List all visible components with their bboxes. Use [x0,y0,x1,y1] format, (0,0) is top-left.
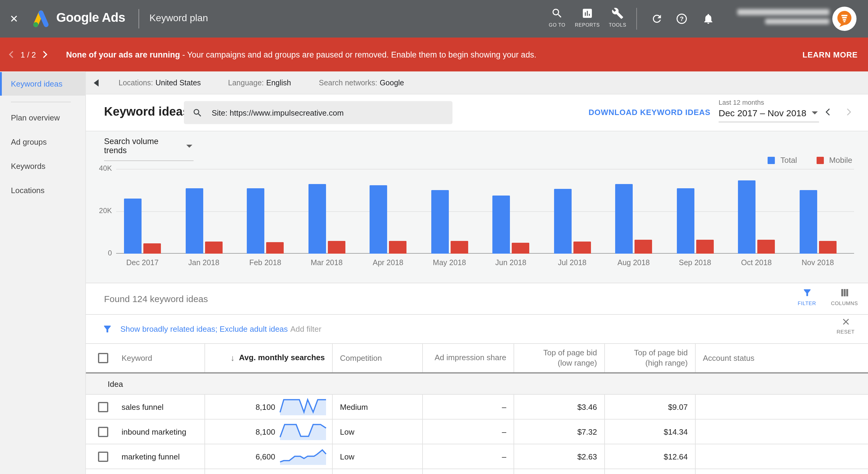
goto-button[interactable]: GO TO [541,7,573,28]
chart-bar-mobile [328,241,345,254]
chart-type-dropdown[interactable]: Search volume trends [104,137,193,161]
x-axis-tick-label: Feb 2018 [238,259,292,267]
reports-icon [581,7,593,19]
header-cell-avg-monthly-searches[interactable]: ↓ Avg. monthly searches [205,344,332,372]
chart-bar-total [492,196,510,254]
row-checkbox[interactable] [98,451,108,462]
row-cell-competition: Low [332,444,422,469]
row-cell-avg-searches: 8,100 [205,419,332,444]
legend-item-mobile[interactable]: Mobile [816,155,852,165]
row-cell-empty [205,469,332,474]
account-avatar[interactable] [832,7,857,31]
refresh-icon[interactable] [651,13,663,25]
setting-locations[interactable]: Locations:United States [119,79,201,87]
keyword-text: marketing funnel [122,452,180,461]
row-cell-ad-impression-share: – [422,419,514,444]
col-bid-low-label: Top of page bid (low range) [530,348,597,368]
table-row[interactable]: inbound marketing8,100Low–$7.32$14.34 [86,419,868,444]
add-filter-button[interactable]: Add filter [290,324,321,333]
columns-label: COLUMNS [831,300,858,306]
banner-pager: 1 / 2 [21,50,36,59]
y-axis-tick-label: 0 [85,249,112,257]
reset-filters-button[interactable]: RESET [831,317,860,335]
locations-value: United States [155,79,201,87]
setting-language[interactable]: Language:English [228,79,291,87]
banner-message: None of your ads are running - Your camp… [66,50,536,59]
download-keyword-ideas-button[interactable]: DOWNLOAD KEYWORD IDEAS [589,108,710,117]
learn-more-button[interactable]: LEARN MORE [802,50,858,59]
filter-button[interactable]: FILTER [790,288,823,306]
chart-bar-total [308,184,326,254]
results-count: Found 124 keyword ideas [104,294,208,304]
header-cell-top-bid-high[interactable]: Top of page bid (high range) [604,344,695,372]
sidebar-item-keyword-ideas[interactable]: Keyword ideas [0,72,85,96]
notifications-bell-icon[interactable] [702,13,714,25]
chart-bar-total [799,190,817,254]
avg-searches-value: 6,600 [255,452,275,461]
topbar-divider [138,9,139,28]
collapse-panel-icon[interactable] [92,78,102,87]
col-account-status-label: Account status [703,354,754,363]
date-range-dropdown[interactable]: Last 12 months Dec 2017 – Nov 2018 [719,99,819,122]
sidebar-item-keywords[interactable]: Keywords [0,154,85,179]
keyword-search-input[interactable]: Site: https://www.impulsecreative.com [184,101,453,124]
avatar-funnel-bubble-icon [834,8,855,29]
row-cell-empty [604,469,695,474]
columns-icon [839,288,849,298]
main-content: Locations:United States Language:English… [86,71,868,474]
help-icon[interactable]: ? [676,13,688,25]
row-cell-bid-low: $7.32 [514,419,604,444]
x-axis-tick-label: May 2018 [422,259,477,267]
chart-bar-mobile [450,241,468,254]
sidebar-item-locations[interactable]: Locations [0,179,85,203]
chart-bar-mobile [573,241,591,254]
x-axis-tick-label: Sep 2018 [668,259,722,267]
header-cell-top-bid-low[interactable]: Top of page bid (low range) [514,344,604,372]
legend-item-total[interactable]: Total [768,155,797,165]
legend-label: Mobile [829,155,852,165]
header-cell-competition[interactable]: Competition [332,344,422,372]
select-all-checkbox[interactable] [98,353,108,363]
chart-bar-total [615,184,633,254]
col-avg-searches-label: Avg. monthly searches [239,353,325,363]
banner-next-icon[interactable] [40,49,51,60]
table-row[interactable]: sales funnel8,100Medium–$3.46$9.07 [86,395,868,419]
row-cell-empty [695,469,868,474]
chart-bar-mobile [205,241,222,254]
sort-descending-icon: ↓ [230,353,235,363]
row-checkbox[interactable] [98,402,108,412]
setting-networks[interactable]: Search networks:Google [319,79,404,87]
topbar-divider [636,8,637,30]
header-cell-account-status[interactable]: Account status [695,344,868,372]
header-cell-ad-impression-share[interactable]: Ad impression share [422,344,514,372]
chart-bar-total [431,190,448,254]
date-range-prev-icon[interactable] [823,107,834,117]
close-icon[interactable]: ✕ [10,13,19,25]
banner-prev-icon[interactable] [6,49,17,60]
table-row[interactable]: marketing funnel6,600Low–$2.63$12.64 [86,444,868,469]
sidebar-item-plan-overview[interactable]: Plan overview [0,106,85,130]
row-cell-keyword: inbound marketing [86,419,205,444]
col-bid-high-label: Top of page bid (high range) [618,348,688,368]
table-section-idea: Idea [86,374,868,395]
chart-bar-total [370,185,387,254]
brand-title: Google Ads [56,10,125,25]
top-app-bar: ✕ Google Ads Keyword plan GO TO REPORTS … [0,0,868,37]
tools-button[interactable]: TOOLS [602,7,633,28]
date-range-next-icon[interactable] [843,107,854,117]
reports-button[interactable]: REPORTS [571,7,603,28]
alert-banner: 1 / 2 None of your ads are running - You… [0,37,868,71]
applied-filters-link[interactable]: Show broadly related ideas; Exclude adul… [120,324,288,333]
header-cell-keyword: Keyword [86,344,205,372]
filter-funnel-icon [802,288,812,298]
chart-bar-total [185,188,203,254]
columns-button[interactable]: COLUMNS [828,288,861,306]
networks-label: Search networks: [319,79,377,87]
wrench-icon [612,7,624,19]
row-cell-avg-searches: 6,600 [205,444,332,469]
row-cell-ad-impression-share: – [422,444,514,469]
close-icon [841,317,850,326]
row-checkbox[interactable] [98,426,108,437]
table-row-partial [86,469,868,474]
sidebar-item-ad-groups[interactable]: Ad groups [0,130,85,154]
